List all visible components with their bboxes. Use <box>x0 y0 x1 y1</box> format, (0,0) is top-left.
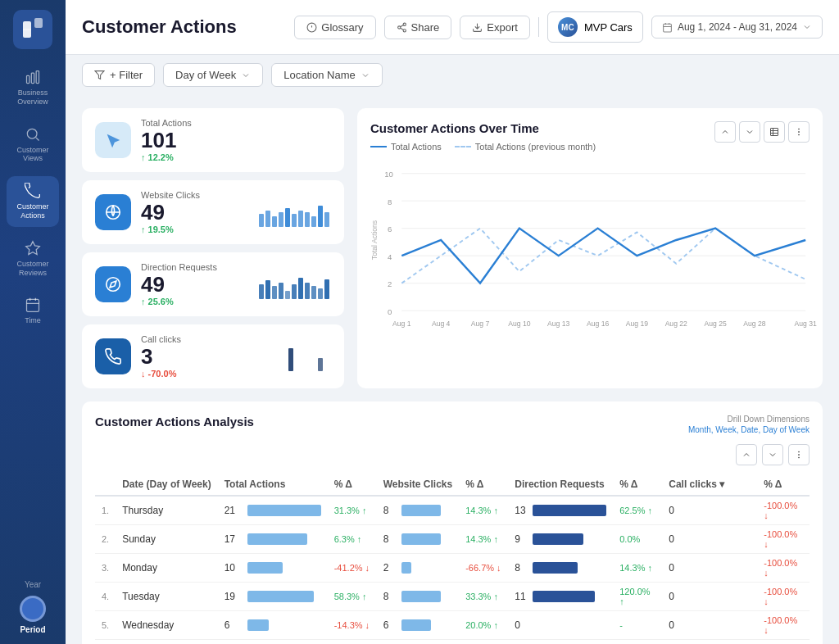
export-button[interactable]: Export <box>460 16 530 39</box>
year-toggle[interactable]: Year <box>25 580 41 589</box>
svg-text:Aug 19: Aug 19 <box>626 320 648 328</box>
svg-text:Aug 10: Aug 10 <box>508 320 530 328</box>
location-name-label: Location Name <box>283 69 355 81</box>
svg-rect-16 <box>259 214 264 227</box>
period-toggle-button[interactable] <box>20 596 46 622</box>
analysis-header: Customer Actions Analysis Drill Down Dim… <box>95 415 810 434</box>
row-website-pct: 33.3% ↑ <box>459 583 508 611</box>
company-name: MVP Cars <box>584 21 633 34</box>
arrow-down-icon <box>768 450 778 460</box>
svg-point-70 <box>799 451 800 452</box>
sidebar-item-label: Customer Actions <box>10 202 56 220</box>
chart-table-button[interactable] <box>764 121 785 143</box>
row-total-pct: -41.2% ↓ <box>328 554 377 583</box>
main-content: Customer Actions Glossary Share Export M… <box>66 0 839 644</box>
svg-rect-34 <box>292 284 297 299</box>
svg-rect-40 <box>288 348 293 371</box>
app-logo[interactable] <box>13 10 52 49</box>
sidebar: Business Overview Customer Views Custome… <box>0 0 66 644</box>
chart-legend: Total Actions Total Actions (previous mo… <box>370 142 596 152</box>
svg-marker-14 <box>95 71 104 79</box>
chevron-down-icon <box>361 70 370 80</box>
svg-text:Aug 31: Aug 31 <box>795 320 817 328</box>
filter-icon <box>94 70 105 80</box>
row-day: Tuesday <box>116 583 217 611</box>
row-direction-pct: 14.3% ↑ <box>613 554 662 583</box>
sidebar-item-customer-actions[interactable]: Customer Actions <box>7 176 59 227</box>
search-icon <box>25 126 41 143</box>
kpi-total-label: Total Actions <box>141 118 331 128</box>
svg-rect-24 <box>311 216 316 227</box>
sidebar-item-time[interactable]: Time <box>7 290 59 332</box>
svg-rect-22 <box>298 211 303 227</box>
kpi-website-info: Website Clicks 49 ↑ 19.5% <box>141 190 247 234</box>
svg-rect-13 <box>664 24 672 32</box>
svg-rect-1 <box>34 18 43 28</box>
location-name-filter[interactable]: Location Name <box>271 63 382 87</box>
svg-marker-28 <box>110 281 116 288</box>
chart-up-button[interactable] <box>714 121 736 143</box>
svg-rect-32 <box>279 283 283 299</box>
col-calls-pct: % Δ <box>757 474 810 496</box>
sidebar-item-business-overview[interactable]: Business Overview <box>7 62 59 113</box>
company-avatar: MC <box>558 17 578 37</box>
svg-rect-2 <box>27 75 29 83</box>
kpi-call-label: Call clicks <box>141 334 247 344</box>
drill-down-links: Month, Week, Date, Day of Week <box>688 425 810 434</box>
table-icon <box>769 127 779 137</box>
glossary-button[interactable]: Glossary <box>294 16 375 39</box>
filter-button[interactable]: + Filter <box>82 63 155 87</box>
row-calls: 0 <box>662 496 757 525</box>
row-direction: 9 <box>508 525 613 554</box>
svg-point-44 <box>799 132 800 133</box>
glossary-label: Glossary <box>321 21 363 34</box>
row-website-pct: 14.3% ↑ <box>459 496 508 525</box>
col-direction: Direction Requests <box>508 474 613 496</box>
website-icon-bg <box>95 194 131 230</box>
svg-text:8: 8 <box>388 197 392 206</box>
total-actions-icon-bg <box>95 122 131 158</box>
analysis-up-button[interactable] <box>736 444 757 465</box>
svg-rect-7 <box>27 300 39 312</box>
kpi-call-info: Call clicks 3 ↓ -70.0% <box>141 334 247 379</box>
table-row: 1. Thursday 21 31.3% ↑ 8 14.3% ↑ 13 62.5… <box>95 496 810 525</box>
analysis-title: Customer Actions Analysis <box>95 415 254 429</box>
analysis-card: Customer Actions Analysis Drill Down Dim… <box>82 401 823 644</box>
company-selector[interactable]: MC MVP Cars <box>547 11 643 43</box>
col-calls[interactable]: Call clicks ▾ <box>662 474 757 496</box>
svg-text:Total Actions: Total Actions <box>370 220 379 260</box>
share-button[interactable]: Share <box>384 16 452 39</box>
sidebar-item-label: Time <box>25 316 41 325</box>
row-website-pct: -22.2% ↓ <box>459 640 508 645</box>
row-total-pct: -35.7% ↓ <box>328 640 377 645</box>
day-of-week-filter[interactable]: Day of Week <box>163 63 263 87</box>
chart-more-button[interactable] <box>788 121 810 143</box>
row-website-pct: 14.3% ↑ <box>459 525 508 554</box>
row-direction: 1 <box>508 640 613 645</box>
col-total-actions[interactable]: Total Actions <box>218 474 328 496</box>
row-total: 10 <box>218 554 328 583</box>
svg-rect-42 <box>771 129 778 136</box>
period-toggle[interactable]: Period <box>20 596 46 634</box>
bar-chart-icon <box>25 69 41 85</box>
svg-rect-23 <box>305 212 310 227</box>
svg-point-27 <box>107 278 120 292</box>
analysis-more-button[interactable] <box>788 444 810 465</box>
chart-down-button[interactable] <box>739 121 760 143</box>
svg-rect-26 <box>324 212 329 227</box>
sidebar-item-customer-reviews[interactable]: Customer Reviews <box>7 234 59 284</box>
sidebar-item-customer-views[interactable]: Customer Views <box>7 120 59 170</box>
svg-rect-31 <box>272 286 277 299</box>
row-calls-pct: -100.0% ↓ <box>757 525 810 554</box>
year-label: Year <box>25 580 41 589</box>
chevron-down-icon <box>802 22 812 32</box>
svg-text:Aug 7: Aug 7 <box>471 320 490 328</box>
analysis-down-button[interactable] <box>762 444 783 465</box>
date-range-selector[interactable]: Aug 1, 2024 - Aug 31, 2024 <box>651 16 823 39</box>
legend-line-solid <box>370 146 387 147</box>
header: Customer Actions Glossary Share Export M… <box>66 0 839 55</box>
svg-point-72 <box>799 457 800 458</box>
row-total: 6 <box>218 611 328 640</box>
row-calls: 1 <box>662 640 757 645</box>
row-rank: 3. <box>95 554 116 583</box>
